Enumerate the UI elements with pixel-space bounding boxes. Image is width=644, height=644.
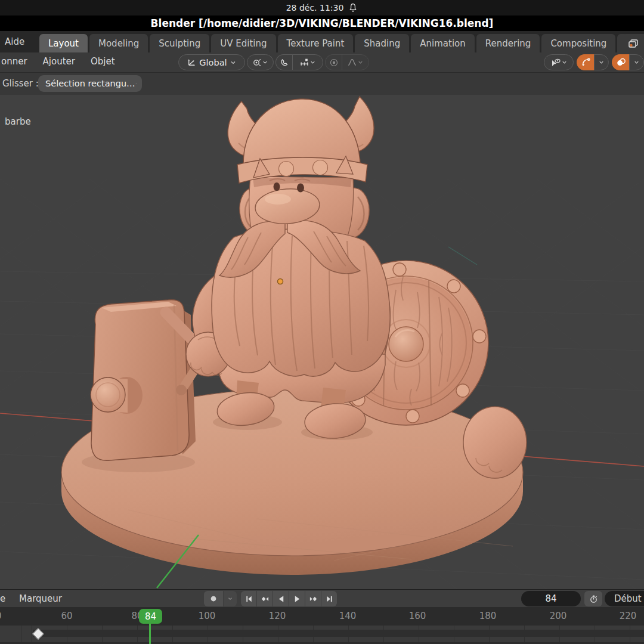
record-icon xyxy=(209,595,218,603)
jump-end-icon xyxy=(325,595,334,603)
jump-start-icon xyxy=(244,595,253,603)
falloff-dropdown[interactable] xyxy=(342,54,369,70)
transform-orientation-dropdown[interactable]: Global xyxy=(178,54,245,70)
viewport-header: onner Ajouter Objet Global xyxy=(0,52,644,73)
system-bar: 28 déc. 11:30 xyxy=(0,0,644,16)
object-name-label: barbe xyxy=(5,116,31,127)
chevron-down-icon xyxy=(227,596,233,602)
ruler-tick: 180 xyxy=(479,611,497,621)
show-overlays-toggle[interactable] xyxy=(612,54,630,70)
ruler-tick: 100 xyxy=(199,611,216,621)
ruler-tick: 160 xyxy=(409,611,426,621)
stopwatch-icon xyxy=(589,595,598,603)
falloff-curve-icon xyxy=(347,57,357,67)
grid-accent-line xyxy=(448,247,477,265)
chevron-down-icon xyxy=(561,59,568,66)
snap-magnet-button[interactable] xyxy=(275,54,293,70)
tab-compositing[interactable]: Compositing xyxy=(541,34,615,52)
use-preview-range-button[interactable] xyxy=(584,591,602,606)
animation-channel-band xyxy=(33,630,644,637)
jump-to-end-button[interactable] xyxy=(321,591,337,606)
orientation-value: Global xyxy=(199,58,227,67)
overlays-dropdown[interactable] xyxy=(629,54,644,70)
window-title-bar: Blender [/home/didier/3D/VIKING/BLENDER/… xyxy=(0,16,644,31)
transform-orientation-icon xyxy=(187,57,197,67)
tab-shading[interactable]: Shading xyxy=(355,34,409,52)
helmet-stud xyxy=(279,162,294,177)
proportional-editing-icon xyxy=(329,58,339,67)
play-reverse-button[interactable] xyxy=(273,591,289,606)
viking-left-eye xyxy=(274,182,280,191)
ruler-tick: 200 xyxy=(550,611,567,621)
tab-rendering[interactable]: Rendering xyxy=(476,34,540,52)
tab-sculpting[interactable]: Sculpting xyxy=(150,34,209,52)
object-origin-dot xyxy=(278,279,283,284)
viking-right-eye xyxy=(297,184,304,193)
ruler-tick: 140 xyxy=(339,611,357,621)
timeline-ruler[interactable]: 40 60 80 100 120 140 160 180 200 220 84 xyxy=(0,607,644,626)
play-reverse-icon xyxy=(277,595,286,603)
pivot-point-dropdown[interactable] xyxy=(247,54,274,70)
3d-viewport[interactable]: barbe xyxy=(0,95,644,589)
object-visibility-dropdown[interactable] xyxy=(544,54,574,70)
menu-add[interactable]: Ajouter xyxy=(43,56,75,67)
timeline-view-menu-fragment[interactable]: e xyxy=(0,593,5,604)
ruler-tick: 220 xyxy=(620,611,637,621)
chevron-down-icon xyxy=(230,59,237,66)
playhead-line[interactable] xyxy=(149,624,151,644)
active-tool-dropdown[interactable]: Sélection rectangu… xyxy=(38,75,142,92)
auto-keying-dropdown[interactable] xyxy=(224,591,237,606)
viking-right-hand xyxy=(463,407,527,478)
jump-to-start-button[interactable] xyxy=(241,591,256,606)
tab-modeling[interactable]: Modeling xyxy=(89,34,148,52)
timeline-tracks[interactable] xyxy=(0,626,644,644)
workspace-tabs: Layout Modeling Sculpting UV Editing Tex… xyxy=(39,34,644,52)
gizmo-icon xyxy=(581,57,591,67)
tab-texture-paint[interactable]: Texture Paint xyxy=(278,34,354,52)
timeline-marker-menu[interactable]: Marqueur xyxy=(19,593,62,604)
frame-start-field[interactable]: Début xyxy=(605,591,644,606)
show-gizmo-toggle[interactable] xyxy=(577,54,595,70)
helmet-stud xyxy=(313,160,328,175)
bell-icon[interactable] xyxy=(348,3,358,13)
chevron-down-icon xyxy=(598,59,605,66)
tab-uv-editing[interactable]: UV Editing xyxy=(211,34,275,52)
current-frame-badge[interactable]: 84 xyxy=(139,609,162,624)
tool-settings-bar: Glisser : Sélection rectangu… xyxy=(0,73,644,95)
chevron-down-icon xyxy=(309,59,316,66)
menu-object[interactable]: Objet xyxy=(91,56,115,67)
window-title: Blender [/home/didier/3D/VIKING/BLENDER/… xyxy=(151,17,494,29)
snap-magnet-icon xyxy=(280,58,289,67)
next-keyframe-icon xyxy=(309,595,318,603)
play-icon xyxy=(293,595,302,603)
snap-settings-dropdown[interactable] xyxy=(292,54,323,70)
next-keyframe-button[interactable] xyxy=(305,591,321,606)
prev-keyframe-button[interactable] xyxy=(257,591,273,606)
gizmo-dropdown[interactable] xyxy=(594,54,609,70)
chevron-down-icon xyxy=(357,59,364,66)
prev-keyframe-icon xyxy=(261,595,270,603)
drag-label: Glisser : xyxy=(2,78,39,89)
tab-animation[interactable]: Animation xyxy=(411,34,474,52)
menu-help[interactable]: Aide xyxy=(5,36,24,47)
tab-layout[interactable]: Layout xyxy=(39,34,88,52)
snap-increment-icon xyxy=(299,57,309,67)
timeline-header: e Marqueur 84 xyxy=(0,589,644,608)
auto-keying-button[interactable] xyxy=(204,591,223,606)
overlays-icon xyxy=(616,57,626,67)
menu-select-fragment[interactable]: onner xyxy=(1,56,27,67)
proportional-editing-button[interactable] xyxy=(325,54,342,70)
ruler-tick: 60 xyxy=(61,611,72,621)
system-clock: 28 déc. 11:30 xyxy=(286,3,344,13)
chevron-down-icon xyxy=(262,59,268,66)
view-layer-icon[interactable] xyxy=(623,34,644,52)
ruler-tick: 40 xyxy=(0,611,2,621)
current-frame-field[interactable]: 84 xyxy=(521,591,581,606)
viking-helmet xyxy=(228,97,374,183)
chevron-down-icon xyxy=(633,59,640,66)
play-button[interactable] xyxy=(289,591,305,606)
topbar: Aide Layout Modeling Sculpting UV Editin… xyxy=(0,31,644,52)
blender-window: 28 déc. 11:30 Blender [/home/didier/3D/V… xyxy=(0,0,644,644)
pivot-point-icon xyxy=(252,58,262,67)
ruler-tick: 120 xyxy=(269,611,286,621)
